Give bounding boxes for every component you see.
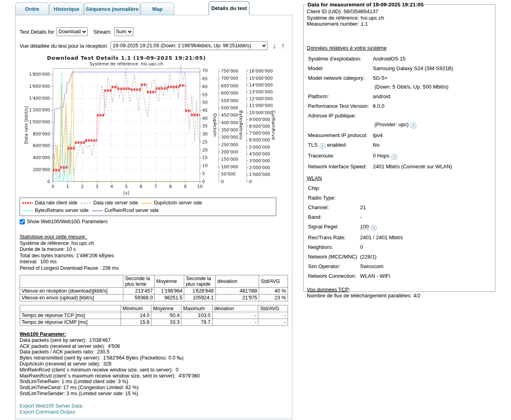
stats-line: Total des bytes transmis: 1'496'206 kByt… — [20, 253, 288, 259]
web100-line: MaxRwinRcvd (client´s maximum receive wi… — [20, 373, 288, 379]
svg-text:100'000: 100'000 — [221, 164, 238, 169]
vue-detaillee-label: Vue détaillée du test pour la réception: — [20, 43, 108, 49]
svg-text:0: 0 — [249, 179, 252, 184]
stream-select[interactable]: Sum — [114, 27, 133, 36]
show-web100-label[interactable]: Show Web100/Web10G Parameters — [27, 219, 108, 224]
row-value: 33.3 — [151, 319, 181, 326]
spacer — [307, 27, 492, 36]
web100-line: MinRwinRcvd (client´s minimum receive wi… — [20, 367, 288, 373]
tab-historique[interactable]: Historique — [49, 2, 84, 15]
info-icon[interactable]: i — [410, 123, 416, 129]
row-value: 40 % — [259, 288, 288, 295]
row-value: 213'457 — [123, 288, 155, 295]
web100-line: SndLimTimeSender: 3 ms (Limited server s… — [20, 391, 288, 397]
show-web100-checkbox[interactable] — [20, 219, 25, 224]
tab-map[interactable]: Map — [141, 2, 174, 15]
panel-row: Network Interface Speed:2401 Mbit/s (Con… — [308, 164, 492, 170]
row-value: 21'975 — [215, 295, 259, 301]
info-icon[interactable]: i — [320, 143, 326, 149]
export-command-output-link[interactable]: Export Command Output — [20, 409, 288, 416]
measurement-select[interactable]: 19-09-2025 19:21:05 (Down: 1'196'964kbit… — [111, 41, 268, 50]
svg-text:0: 0 — [202, 179, 205, 184]
panel-row: Model:Samsung Galaxy S24 (SM-S921B) — [308, 65, 492, 71]
stats-line: Interval: 100 ms — [20, 259, 288, 265]
row-value: 1'196'964 — [155, 288, 184, 295]
svg-text:45: 45 — [202, 108, 207, 113]
measurement-data-body: Client ID (UID): 560354654137Systéme de … — [307, 8, 492, 299]
info-icon[interactable]: i — [371, 225, 377, 231]
svg-text:Data rate [kbit/s]: Data rate [kbit/s] — [24, 106, 29, 144]
row-value: 21 — [360, 204, 366, 210]
svg-text:5: 5 — [125, 184, 128, 189]
panel-row: Performance Test Version:6.0.0 — [308, 103, 492, 109]
tab-ordre[interactable]: Ordre — [15, 2, 49, 15]
svg-text:600'000: 600'000 — [33, 143, 50, 148]
row-label: Adresse IP publique: — [308, 113, 373, 119]
svg-text:35: 35 — [202, 123, 207, 128]
row-value: Samsung Galaxy S24 (SM-S921B) — [373, 65, 453, 71]
row-value: 0 — [360, 244, 363, 250]
panel-row: Système d'exploitation:AndroidOS 15 — [308, 56, 492, 62]
legend-marker-currwinrcvd-server-side — [92, 210, 103, 211]
export-web100-server-data-link[interactable]: Export Web100 Server Data — [20, 403, 288, 410]
row-value: WLAN - WiFi — [360, 273, 390, 279]
svg-text:9'000'000: 9'000'000 — [249, 117, 270, 122]
tab-details-du-test[interactable]: Détails du test — [209, 1, 249, 15]
legend-label: Data rate server side — [93, 200, 138, 206]
svg-text:0: 0 — [47, 179, 50, 184]
svg-text:12'000'000: 12'000'000 — [249, 96, 273, 101]
legend-label: Data rate client side — [35, 200, 77, 206]
row-value: 6.0.0 — [373, 103, 384, 109]
web100-line: Bytes retransmitted (sent by server): 1'… — [20, 355, 288, 361]
row-value: - — [258, 312, 288, 319]
row-label: Band: — [308, 214, 360, 220]
column-header — [20, 275, 123, 288]
column-header: déviation — [215, 275, 259, 288]
legend-item-currwinrcvd-server-side: CurRwinRcvd server side — [92, 207, 159, 214]
web100-line: SndLimTimeCwnd: 17 ms (Congestion Limite… — [20, 385, 288, 391]
stats-line: Systéme de référence: hsi.upc.ch — [20, 240, 288, 247]
tcp-heading: Vos données TCP: — [307, 287, 492, 293]
panel-row: Sim Operator:Swisscom — [308, 263, 492, 269]
row-value: android — [373, 93, 390, 99]
chart-legend: Data rate client sideData rate server si… — [20, 198, 276, 216]
svg-text:400'000: 400'000 — [33, 155, 50, 160]
row-label: Network Interface Speed: — [308, 164, 373, 170]
up-arrow-button[interactable]: ↑ — [281, 42, 285, 50]
row-value: 78.7 — [181, 319, 212, 326]
down-arrow-button[interactable]: ↓ — [272, 42, 276, 50]
row-value: 105924.1 — [184, 295, 215, 301]
web100-line: ACK packets (received at server side): 4… — [20, 343, 288, 349]
test-controls-row: Test Details for Download Stream: Sum — [20, 27, 288, 36]
info-icon[interactable]: i — [391, 154, 397, 160]
row-label: Neighbors: — [308, 244, 360, 250]
row-label: Signal Pegel: — [308, 224, 360, 230]
panel-row: Chip: — [308, 185, 492, 191]
show-web100-row: Show Web100/Web10G Parameters — [20, 219, 288, 224]
panel-row: Rec/Trans Rate:2401 / 2401 Mbit/s — [308, 234, 492, 240]
tab-sequence-journaliere[interactable]: Séquence journalière — [84, 2, 140, 15]
web100-line: SndLimTimeRwin: 1 ms (Limited client sid… — [20, 379, 288, 385]
svg-text:50: 50 — [202, 100, 207, 105]
row-value: 481'088 — [215, 288, 259, 295]
latency-table: MinimumMoyenneMaximumdéviationStd/AVGTem… — [20, 305, 288, 326]
svg-text:1'000'000: 1'000'000 — [249, 172, 270, 177]
panel-row: Network Connection:WLAN - WiFi — [308, 273, 492, 279]
web100-line: Data packets / ACK packets ratio: 230.5 — [20, 349, 288, 355]
svg-text:16'000'000: 16'000'000 — [249, 69, 273, 73]
measurement-data-title: Data for measurement of 19-09-2025 19:21… — [307, 2, 424, 8]
test-type-select[interactable]: Download — [56, 27, 88, 36]
test-details-for-label: Test Details for — [20, 29, 54, 35]
web100-line: Data packets (sent by server): 1'038'467 — [20, 337, 288, 343]
svg-text:400'000: 400'000 — [221, 120, 238, 125]
measurement-data-panel: Data for measurement of 19-09-2025 19:21… — [303, 2, 495, 292]
test-details-panel: Test Details for Download Stream: Sum Vu… — [15, 15, 292, 419]
svg-text:1'400'000: 1'400'000 — [29, 96, 50, 101]
svg-text:200'000: 200'000 — [221, 149, 238, 154]
svg-text:25: 25 — [202, 139, 207, 144]
row-label: Platform: — [308, 93, 373, 99]
svg-text:500'000: 500'000 — [221, 105, 238, 110]
svg-text:14'000'000: 14'000'000 — [249, 83, 273, 87]
svg-text:800'000: 800'000 — [33, 131, 50, 136]
row-label: Model network category: — [308, 75, 373, 81]
